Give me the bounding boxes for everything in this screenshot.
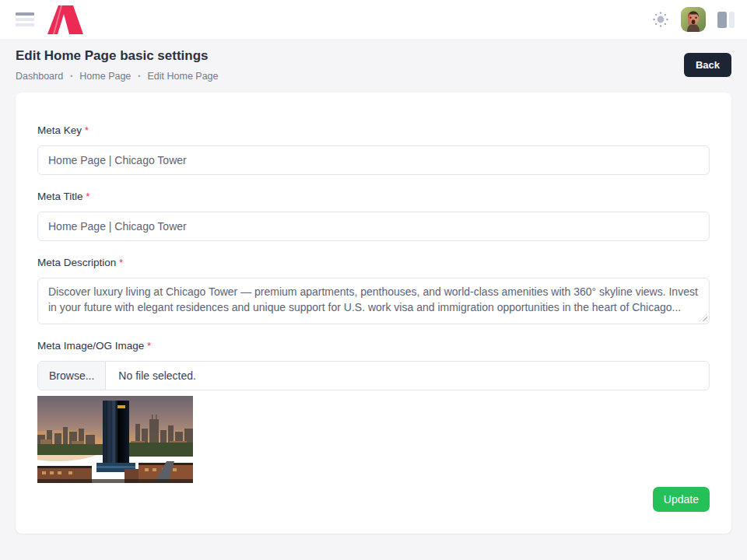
required-asterisk: *: [85, 124, 89, 136]
browse-button[interactable]: Browse...: [38, 362, 106, 390]
breadcrumb-separator: •: [138, 72, 140, 80]
breadcrumb: Dashboard • Home Page • Edit Home Page: [16, 71, 219, 82]
meta-image-label: Meta Image/OG Image *: [37, 340, 710, 352]
meta-image-group: Meta Image/OG Image * Browse... No file …: [37, 340, 710, 483]
required-asterisk: *: [86, 191, 89, 202]
hamburger-menu-icon[interactable]: [16, 12, 34, 26]
top-navbar: [0, 0, 747, 39]
meta-description-textarea[interactable]: Discover luxury living at Chicago Tower …: [37, 278, 710, 324]
user-avatar[interactable]: [681, 7, 706, 32]
settings-form-card: Meta Key * Meta Title * Meta Description…: [16, 93, 731, 534]
sun-brightness-icon[interactable]: [652, 11, 669, 28]
breadcrumb-dashboard[interactable]: Dashboard: [16, 71, 63, 82]
page-title: Edit Home Page basic settings: [16, 48, 219, 64]
file-status-text: No file selected.: [106, 369, 209, 382]
breadcrumb-home-page[interactable]: Home Page: [79, 71, 131, 82]
meta-image-file-input[interactable]: Browse... No file selected.: [37, 361, 710, 390]
meta-image-preview: [37, 396, 193, 483]
update-button[interactable]: Update: [653, 487, 710, 512]
meta-title-group: Meta Title *: [37, 191, 710, 241]
sidebar-panels-icon[interactable]: [717, 12, 736, 28]
brand-m-logo[interactable]: [47, 5, 83, 34]
back-button[interactable]: Back: [684, 53, 731, 77]
meta-description-group: Meta Description * Discover luxury livin…: [37, 257, 710, 324]
breadcrumb-current: Edit Home Page: [147, 71, 218, 82]
meta-description-label: Meta Description *: [37, 257, 710, 268]
meta-key-input[interactable]: [37, 145, 710, 175]
required-asterisk: *: [119, 257, 123, 268]
page-content: Edit Home Page basic settings Dashboard …: [0, 39, 747, 560]
breadcrumb-separator: •: [70, 72, 72, 80]
meta-key-label: Meta Key *: [37, 124, 710, 136]
meta-title-label: Meta Title *: [37, 191, 710, 202]
meta-title-input[interactable]: [37, 212, 710, 241]
required-asterisk: *: [147, 340, 151, 352]
meta-key-group: Meta Key *: [37, 124, 710, 175]
